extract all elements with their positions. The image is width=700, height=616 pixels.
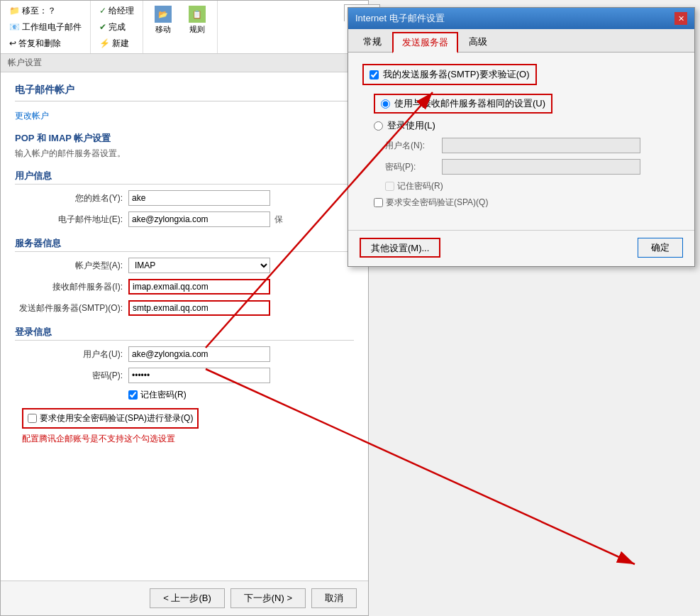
outgoing-server-label: 发送邮件服务器(SMTP)(O): [15,302,128,314]
breadcrumb-text: 帐户设置 [8,57,42,67]
name-input[interactable] [128,190,270,206]
smtp-auth-container: 我的发送服务器(SMTP)要求验证(O) [362,64,680,85]
reply-delete-label: 答复和删除 [18,38,61,50]
dialog-remember-pwd-label: 记住密码(R) [397,180,443,192]
login-info-title: 登录信息 [15,326,354,341]
prev-button[interactable]: < 上一步(B) [150,588,225,608]
spa-row: 要求使用安全密码验证(SPA)进行登录(Q) [22,408,347,429]
name-label: 您的姓名(Y): [15,192,128,204]
username-label: 用户名(U): [15,348,128,361]
workgroup-email-button[interactable]: 📧 工作组电子邮件 [6,20,84,35]
move-icon: 📂 [155,6,172,23]
new-button[interactable]: ⚡ 新建 [96,36,137,51]
check-icon: ✓ [99,6,106,16]
change-account-link[interactable]: 更改帐户 [15,110,354,122]
reply-delete-button[interactable]: ↩ 答复和删除 [6,36,84,51]
same-settings-radio[interactable] [381,99,390,109]
ribbon-group-actions: ✓ 给经理 ✔ 完成 ⚡ 新建 [91,1,143,53]
dialog-tabs: 常规 发送服务器 高级 [348,29,694,53]
ribbon-group-move: 📁 移至：？ 📧 工作组电子邮件 ↩ 答复和删除 [1,1,91,53]
next-button[interactable]: 下一步(N) > [230,588,306,608]
login-radio[interactable] [374,121,383,131]
password-row: 密码(P): [15,368,354,383]
dialog-close-button[interactable]: ✕ [674,12,687,25]
confirm-button[interactable]: 确定 [638,238,683,258]
bottom-buttons: < 上一步(B) 下一步(N) > 取消 [1,581,368,615]
move-to-button[interactable]: 📁 移至：？ [6,4,84,18]
login-radio-row: 登录使用(L) [374,119,680,132]
dialog-password-row: 密码(P): [385,159,680,175]
dialog-body: 我的发送服务器(SMTP)要求验证(O) 使用与接收邮件服务器相同的设置(U) … [348,53,694,227]
reply-delete-icon: ↩ [9,38,16,48]
dialog-titlebar: Internet 电子邮件设置 ✕ [348,8,694,29]
spa-label-text: 要求使用安全密码验证(SPA)进行登录(Q) [40,412,193,424]
new-icon: ⚡ [99,38,110,48]
other-settings-button[interactable]: 其他设置(M)... [360,238,440,258]
smtp-auth-label-container: 我的发送服务器(SMTP)要求验证(O) [362,64,537,85]
complete-icon: ✔ [99,22,106,32]
incoming-server-label: 接收邮件服务器(I): [15,281,128,293]
dialog-spa-checkbox[interactable] [374,198,383,207]
outgoing-server-input[interactable] [128,300,270,316]
folder-icon: 📁 [9,6,20,16]
dialog-password-label: 密码(P): [385,161,442,173]
email-account-window: 📁 移至：？ 📧 工作组电子邮件 ↩ 答复和删除 ✓ 给经理 ✔ 完成 ⚡ [0,0,369,616]
incoming-server-row: 接收邮件服务器(I): [15,279,354,295]
username-row: 用户名(U): [15,346,354,362]
outgoing-server-row: 发送邮件服务器(SMTP)(O): [15,300,354,316]
dialog-bottom: 其他设置(M)... 确定 [348,230,694,266]
user-info-title: 用户信息 [15,170,354,185]
tab-advanced-label: 高级 [469,36,487,47]
remember-password-label: 记住密码(R) [140,389,187,401]
workgroup-email-label: 工作组电子邮件 [22,21,82,33]
remember-password-checkbox[interactable] [128,390,138,400]
dialog-spa-label: 要求安全密码验证(SPA)(Q) [386,197,488,209]
panel-title: 电子邮件帐户 [15,84,354,101]
email-row: 电子邮件地址(E): 保 [15,211,354,227]
complete-button[interactable]: ✔ 完成 [96,20,137,35]
server-info-title: 服务器信息 [15,237,354,252]
dialog-username-row: 用户名(N): [385,138,680,153]
spa-checkbox[interactable] [28,414,37,423]
rules-icon: 📋 [189,6,206,23]
new-label: 新建 [112,38,129,50]
dialog-username-input [442,138,640,153]
account-type-label: 帐户类型(A): [15,260,128,272]
password-input[interactable] [128,368,270,383]
to-manager-button[interactable]: ✓ 给经理 [96,4,137,18]
tab-advanced[interactable]: 高级 [460,32,496,52]
cancel-button[interactable]: 取消 [311,588,357,608]
rules-icon-button[interactable]: 📋 规则 [183,4,211,50]
same-settings-container: 使用与接收邮件服务器相同的设置(U) [374,94,680,114]
tab-general[interactable]: 常规 [354,32,391,52]
to-manager-label: 给经理 [109,5,134,17]
dialog-remember-pwd-checkbox [385,182,394,191]
dialog-username-label: 用户名(N): [385,140,442,152]
move-icon-label: 移动 [155,24,171,35]
dialog-remember-pwd-row: 记住密码(R) [385,180,680,192]
username-input[interactable] [128,346,270,362]
tab-general-label: 常规 [363,36,382,47]
incoming-server-input[interactable] [128,279,270,295]
dialog-title-text: Internet 电子邮件设置 [355,12,445,25]
account-type-row: 帐户类型(A): IMAP [15,258,354,273]
move-icon-button[interactable]: 📂 移动 [149,4,177,50]
email-label: 电子邮件地址(E): [15,214,128,226]
bao-label: 保 [274,214,283,226]
name-row: 您的姓名(Y): [15,190,354,206]
complete-label: 完成 [109,21,126,33]
tab-outgoing-label: 发送服务器 [402,37,448,48]
section-desc: 输入帐户的邮件服务器设置。 [15,148,354,160]
tab-outgoing[interactable]: 发送服务器 [392,32,458,53]
move-to-label: 移至：？ [22,5,56,17]
pop-imap-heading: POP 和 IMAP 帐户设置 [15,132,354,145]
warning-text: 配置腾讯企邮账号是不支持这个勾选设置 [22,433,347,445]
smtp-auth-label-text: 我的发送服务器(SMTP)要求验证(O) [383,68,530,81]
smtp-auth-checkbox[interactable] [370,70,379,79]
internet-email-settings-dialog: Internet 电子邮件设置 ✕ 常规 发送服务器 高级 我的发送服务器(SM… [348,7,695,267]
section-breadcrumb: 帐户设置 [1,54,368,72]
email-input[interactable] [128,211,270,227]
login-label-text: 登录使用(L) [387,119,435,132]
dialog-password-input [442,159,640,175]
account-type-select[interactable]: IMAP [128,258,270,273]
